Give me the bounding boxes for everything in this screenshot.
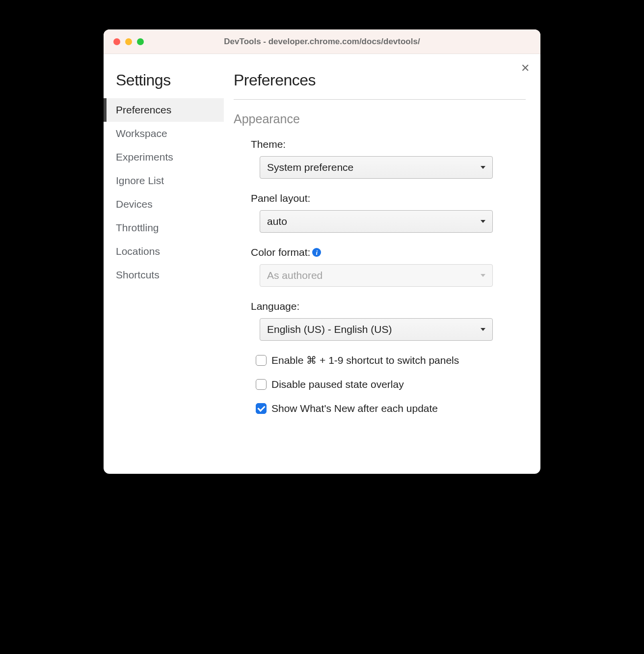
sidebar-item-shortcuts[interactable]: Shortcuts [104,263,224,287]
theme-group: Theme: System preference [251,138,526,179]
panel-layout-select-value: auto [267,216,287,227]
language-label: Language: [251,300,526,312]
close-window-button[interactable] [113,38,120,45]
checkbox-enable-shortcut[interactable] [256,355,267,366]
color-format-select: As authored [260,264,493,287]
traffic-lights [113,38,144,45]
window-titlebar: DevTools - developer.chrome.com/docs/dev… [104,29,540,54]
checkbox-row-disable-paused-overlay[interactable]: Disable paused state overlay [256,379,526,390]
color-format-select-value: As authored [267,270,322,281]
language-group: Language: English (US) - English (US) [251,300,526,341]
sidebar-item-label: Shortcuts [116,269,160,280]
checkbox-show-whats-new[interactable] [256,403,267,414]
color-format-label-text: Color format: [251,246,310,258]
sidebar-item-locations[interactable]: Locations [104,240,224,263]
color-format-group: Color format: i As authored [251,246,526,287]
checkbox-label: Disable paused state overlay [271,379,404,390]
page-title: Preferences [234,71,526,100]
checkbox-disable-paused-overlay[interactable] [256,379,267,390]
sidebar-item-ignore-list[interactable]: Ignore List [104,169,224,192]
chevron-down-icon [481,274,485,277]
main-panel: Preferences Appearance Theme: System pre… [224,54,540,474]
panel-layout-select[interactable]: auto [260,210,493,233]
sidebar-item-label: Workspace [116,128,167,139]
close-icon[interactable]: ✕ [521,63,530,74]
sidebar-item-label: Preferences [116,104,171,115]
theme-select[interactable]: System preference [260,156,493,179]
sidebar-item-label: Devices [116,198,153,210]
maximize-window-button[interactable] [137,38,144,45]
sidebar-item-preferences[interactable]: Preferences [104,98,224,122]
panel-layout-label: Panel layout: [251,192,526,204]
checkbox-label: Enable ⌘ + 1-9 shortcut to switch panels [271,354,459,366]
theme-label: Theme: [251,138,526,150]
sidebar-item-label: Throttling [116,222,159,233]
minimize-window-button[interactable] [125,38,132,45]
info-icon[interactable]: i [312,248,321,257]
chevron-down-icon [481,220,485,223]
devtools-window: DevTools - developer.chrome.com/docs/dev… [104,29,540,474]
sidebar-item-label: Experiments [116,151,173,163]
checkbox-label: Show What's New after each update [271,403,438,414]
checkbox-row-show-whats-new[interactable]: Show What's New after each update [256,403,526,414]
settings-sidebar: Settings Preferences Workspace Experimen… [104,54,224,474]
sidebar-item-throttling[interactable]: Throttling [104,216,224,240]
window-title: DevTools - developer.chrome.com/docs/dev… [224,37,420,47]
sidebar-item-experiments[interactable]: Experiments [104,145,224,169]
sidebar-item-devices[interactable]: Devices [104,192,224,216]
content-area: ✕ Settings Preferences Workspace Experim… [104,54,540,474]
sidebar-item-workspace[interactable]: Workspace [104,122,224,145]
color-format-label: Color format: i [251,246,526,258]
chevron-down-icon [481,328,485,331]
panel-layout-group: Panel layout: auto [251,192,526,233]
section-title-appearance: Appearance [234,112,526,126]
language-select[interactable]: English (US) - English (US) [260,318,493,341]
checkbox-row-enable-shortcut[interactable]: Enable ⌘ + 1-9 shortcut to switch panels [256,354,526,366]
sidebar-item-label: Ignore List [116,175,164,186]
chevron-down-icon [481,166,485,169]
sidebar-title: Settings [104,71,224,98]
theme-select-value: System preference [267,162,353,173]
language-select-value: English (US) - English (US) [267,324,392,335]
sidebar-item-label: Locations [116,245,160,257]
